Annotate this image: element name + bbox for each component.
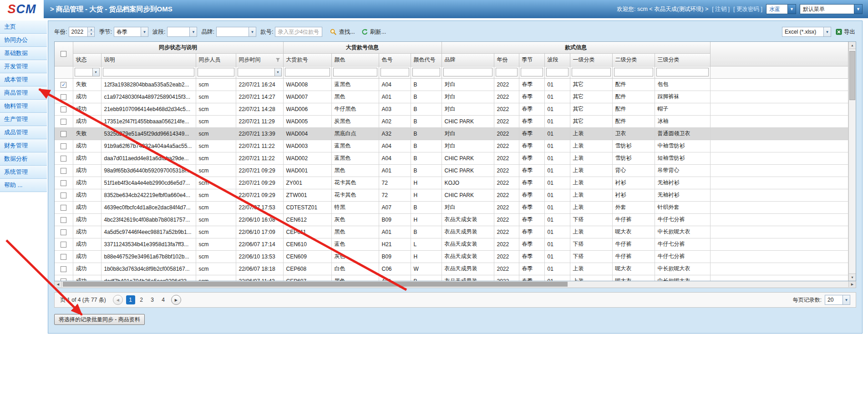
row-checkbox[interactable] — [61, 94, 66, 100]
page-number[interactable]: 1 — [126, 295, 135, 304]
year-stepper[interactable]: ▲ ▼ — [69, 27, 95, 37]
batch-sync-button[interactable]: 将选择的记录批量同步 - 商品资料 — [54, 314, 145, 325]
row-checkbox[interactable] — [61, 192, 66, 198]
column-header-color[interactable]: 颜色 — [331, 53, 379, 66]
column-header-brand[interactable]: 品牌 — [442, 53, 494, 66]
column-header-styleNo[interactable]: 大货款号 — [283, 53, 331, 66]
column-header-cat1[interactable]: 一级分类 — [570, 53, 612, 66]
search-button[interactable]: 查找... — [330, 28, 355, 36]
chevron-down-icon[interactable]: ▼ — [843, 295, 850, 304]
row-checkbox[interactable] — [61, 106, 66, 112]
select-all-checkbox[interactable] — [61, 51, 66, 57]
sidebar-item[interactable]: 基础数据 — [0, 47, 47, 60]
theme-select[interactable]: 水蓝 ▼ — [766, 4, 796, 14]
filter-funnel-icon[interactable] — [275, 57, 280, 62]
table-row[interactable]: 成功21ebb9107096414eb468d2d34c5...scm22/07… — [55, 103, 848, 115]
spinner-down-icon[interactable]: ▼ — [88, 32, 94, 37]
chevron-down-icon[interactable]: ▼ — [787, 5, 796, 14]
scm-logo[interactable]: SCM — [0, 0, 44, 18]
sidebar-item[interactable]: 开发管理 — [0, 60, 47, 73]
filter-input-year[interactable] — [496, 68, 518, 76]
table-row[interactable]: 成功98a9f65b3d6440b592097005318f...scm22/0… — [55, 164, 848, 177]
column-header-colorNo[interactable]: 色号 — [379, 53, 411, 66]
scroll-left-icon[interactable]: ◀ — [55, 281, 62, 287]
next-page-button[interactable]: ▶ — [171, 295, 181, 305]
row-checkbox[interactable] — [61, 229, 66, 235]
table-row[interactable]: 成功dcdf7b401a704b26a5acc9296d33...scm22/0… — [55, 275, 848, 281]
chevron-down-icon[interactable]: ▼ — [189, 27, 197, 36]
page-number[interactable]: 4 — [159, 295, 168, 304]
logout-link[interactable]: [ 注销 ] — [712, 5, 730, 13]
row-checkbox[interactable] — [61, 168, 66, 174]
table-row[interactable]: 成功c1a97248030f4a489725890415f3...scm22/0… — [55, 91, 848, 103]
table-row[interactable]: 成功4a5d5c97446f4eec98817a52b9b1...scm22/0… — [55, 226, 848, 238]
table-row[interactable]: 成功daa7d011aedd4e81a6dfaba29de...scm22/07… — [55, 152, 848, 164]
sidebar-item[interactable]: 系统管理 — [0, 166, 47, 179]
sidebar-item[interactable]: 帮助 ... — [0, 179, 47, 192]
table-row[interactable]: 成功1b0b8c3d763d4c8f9b2cf0058167...scm22/0… — [55, 263, 848, 275]
table-row[interactable]: 成功4bc23f42619c4f08abb7b8081757...scm22/0… — [55, 213, 848, 226]
year-input[interactable] — [69, 27, 87, 36]
sidebar-item[interactable]: 主页 — [0, 20, 47, 34]
filter-input-season[interactable] — [521, 68, 543, 76]
filter-input-cat1[interactable] — [572, 68, 611, 76]
sidebar-item[interactable]: 协同办公 — [0, 34, 47, 47]
filter-input-cat2[interactable] — [614, 68, 653, 76]
filter-input-status[interactable] — [75, 68, 93, 76]
row-checkbox[interactable] — [61, 254, 66, 260]
refresh-button[interactable]: 刷新... — [361, 28, 386, 36]
export-format-select[interactable]: Excel (*.xlsx) ▼ — [782, 27, 831, 37]
column-header-desc[interactable]: 说明 — [101, 53, 196, 66]
style-no-input[interactable] — [275, 27, 322, 37]
table-row[interactable]: 成功b88e467529e34961a67b8bf102b...scm22/06… — [55, 250, 848, 263]
row-checkbox[interactable] — [61, 266, 66, 272]
filter-input-styleNo[interactable] — [285, 68, 330, 76]
page-size-select[interactable]: 20 ▼ — [825, 295, 850, 305]
band-select[interactable]: ▼ — [167, 27, 197, 37]
chevron-down-icon[interactable]: ▼ — [141, 27, 148, 36]
spinner-up-icon[interactable]: ▲ — [88, 27, 94, 32]
row-checkbox[interactable] — [61, 205, 66, 211]
prev-page-button[interactable]: ◀ — [113, 295, 123, 305]
filter-input-band[interactable] — [546, 68, 569, 76]
sidebar-item[interactable]: 成本管理 — [0, 73, 47, 86]
column-header-cat3[interactable]: 三级分类 — [655, 53, 710, 66]
filter-input-color[interactable] — [333, 68, 377, 76]
horizontal-scrollbar[interactable]: ◀ ▶ — [54, 281, 856, 288]
filter-input-desc[interactable] — [103, 68, 194, 76]
row-checkbox[interactable] — [61, 82, 66, 88]
horizontal-scrollbar-thumb[interactable] — [63, 282, 568, 287]
column-header-status[interactable]: 状态 — [73, 53, 101, 66]
filter-input-time[interactable] — [238, 68, 275, 76]
row-checkbox[interactable] — [61, 180, 66, 186]
filter-input-colorNo[interactable] — [381, 68, 409, 76]
brand-select[interactable]: ▼ — [216, 27, 256, 37]
chevron-down-icon[interactable]: ▼ — [249, 27, 256, 36]
scroll-down-icon[interactable]: ▼ — [849, 273, 856, 281]
filter-input-user[interactable] — [198, 68, 234, 76]
menu-style-select[interactable]: 默认菜单 ▼ — [800, 4, 863, 14]
column-header-band[interactable]: 波段 — [544, 53, 570, 66]
filter-input-colorCode[interactable] — [412, 68, 440, 76]
scroll-up-icon[interactable]: ▲ — [849, 42, 856, 49]
chevron-down-icon[interactable]: ▼ — [823, 27, 831, 36]
table-row[interactable]: 失败5325d279e51a45f29dd96614349...scm22/07… — [55, 127, 848, 140]
sidebar-item[interactable]: 物料管理 — [0, 100, 47, 113]
column-header-year[interactable]: 年份 — [494, 53, 519, 66]
vertical-scrollbar[interactable]: ▲ ▼ — [848, 42, 856, 281]
export-button[interactable]: 导出 — [836, 28, 855, 36]
page-number[interactable]: 2 — [137, 295, 146, 304]
row-checkbox[interactable] — [61, 156, 66, 162]
table-row[interactable]: 成功51f1eb4f3c4a4e4eb2990cd6e5d7...scm22/0… — [55, 177, 848, 189]
row-checkbox[interactable] — [61, 143, 66, 149]
filter-input-brand[interactable] — [443, 68, 492, 76]
sidebar-item[interactable]: 商品管理 — [0, 86, 47, 100]
filter-dropdown-icon[interactable]: ▼ — [93, 68, 100, 76]
sidebar-item[interactable]: 数据分析 — [0, 152, 47, 166]
filter-dropdown-icon[interactable]: ▼ — [275, 68, 282, 76]
column-header-colorCode[interactable]: 颜色代号 — [411, 53, 442, 66]
table-row[interactable]: 成功8352be634cb242219efbf0a660e4...scm22/0… — [55, 189, 848, 201]
sidebar-item[interactable]: 成品管理 — [0, 126, 47, 139]
row-checkbox[interactable] — [61, 131, 66, 137]
table-row[interactable]: 成功17351e2f47f1455bbaaa056214fe...scm22/0… — [55, 115, 848, 127]
